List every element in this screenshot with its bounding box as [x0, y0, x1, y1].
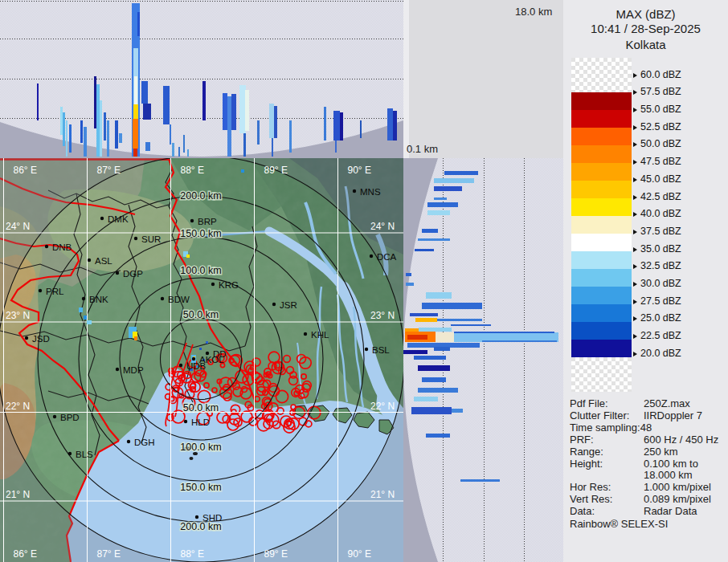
- svg-text:21° N: 21° N: [370, 489, 395, 500]
- svg-text:22° N: 22° N: [370, 401, 395, 412]
- svg-text:KRG: KRG: [219, 280, 239, 290]
- svg-text:90° E: 90° E: [348, 165, 371, 176]
- svg-text:88° E: 88° E: [181, 548, 204, 560]
- svg-text:89° E: 89° E: [264, 165, 288, 176]
- svg-text:150.0 km: 150.0 km: [180, 228, 221, 239]
- svg-text:100.0 km: 100.0 km: [180, 442, 221, 453]
- svg-text:BDW: BDW: [168, 295, 190, 304]
- svg-text:88° E: 88° E: [181, 165, 204, 176]
- svg-text:87° E: 87° E: [97, 548, 121, 560]
- svg-text:BRP: BRP: [198, 217, 217, 226]
- svg-text:DGH: DGH: [134, 438, 155, 447]
- svg-text:24° N: 24° N: [370, 221, 395, 232]
- svg-text:MNS: MNS: [360, 187, 381, 197]
- svg-text:22° N: 22° N: [6, 401, 30, 412]
- svg-text:UDB: UDB: [186, 361, 207, 371]
- svg-text:23° N: 23° N: [370, 310, 395, 321]
- svg-text:86° E: 86° E: [14, 165, 37, 176]
- svg-text:JSD: JSD: [32, 334, 50, 344]
- svg-text:BSL: BSL: [372, 345, 390, 355]
- svg-text:200.0 km: 200.0 km: [180, 521, 221, 532]
- svg-text:89° E: 89° E: [264, 548, 288, 560]
- svg-text:50.0 km: 50.0 km: [183, 402, 219, 413]
- svg-text:87° E: 87° E: [97, 165, 121, 176]
- svg-text:21° N: 21° N: [6, 489, 30, 500]
- svg-text:KHL: KHL: [311, 330, 329, 340]
- svg-text:DCA: DCA: [377, 252, 397, 262]
- svg-text:ASL: ASL: [95, 256, 112, 266]
- svg-text:DMK: DMK: [108, 214, 129, 224]
- svg-text:BPD: BPD: [60, 413, 80, 422]
- svg-text:150.0 km: 150.0 km: [180, 482, 221, 493]
- svg-text:DNB: DNB: [52, 242, 72, 252]
- svg-text:200.0 km: 200.0 km: [180, 190, 221, 202]
- svg-text:BLS: BLS: [76, 450, 93, 459]
- svg-text:90° E: 90° E: [348, 548, 371, 560]
- svg-text:DGP: DGP: [123, 269, 143, 279]
- svg-text:HLD: HLD: [191, 417, 210, 427]
- svg-text:100.0 km: 100.0 km: [180, 265, 221, 276]
- svg-text:JSR: JSR: [280, 300, 297, 310]
- svg-text:SUR: SUR: [141, 234, 161, 244]
- svg-text:23° N: 23° N: [6, 310, 30, 321]
- svg-text:86° E: 86° E: [14, 548, 37, 560]
- svg-text:50.0 km: 50.0 km: [183, 309, 219, 320]
- svg-text:BNK: BNK: [89, 295, 108, 304]
- svg-text:24° N: 24° N: [6, 221, 30, 232]
- svg-text:MDP: MDP: [123, 365, 144, 375]
- svg-text:PRL: PRL: [46, 287, 64, 296]
